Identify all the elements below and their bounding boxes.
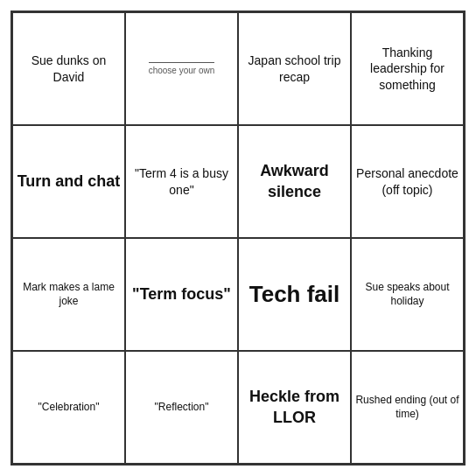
- cell-r3c2: Heckle from LLOR: [238, 351, 351, 464]
- cell-text-r1c2: Awkward silence: [242, 161, 346, 202]
- cell-r1c3: Personal anecdote (off topic): [351, 125, 464, 238]
- cell-text-r0c2: Japan school trip recap: [242, 52, 346, 84]
- cell-text-r3c0: "Celebration": [38, 401, 100, 415]
- cell-r3c3: Rushed ending (out of time): [351, 351, 464, 464]
- cell-text-r1c1: "Term 4 is a busy one": [130, 165, 234, 197]
- cell-r0c0: Sue dunks on David: [12, 12, 125, 125]
- cell-r0c3: Thanking leadership for something: [351, 12, 464, 125]
- cell-r1c2: Awkward silence: [238, 125, 351, 238]
- cell-text-r0c0: Sue dunks on David: [17, 52, 121, 84]
- cell-r0c1: choose your own: [125, 12, 238, 125]
- cell-text-r2c0: Mark makes a lame joke: [17, 281, 121, 308]
- cell-text-r3c1: "Reflection": [155, 401, 209, 415]
- cell-r3c1: "Reflection": [125, 351, 238, 464]
- cell-text-r1c3: Personal anecdote (off topic): [355, 165, 459, 197]
- cell-r2c2: Tech fail: [238, 238, 351, 351]
- cell-text-r2c1: "Term focus": [132, 284, 231, 304]
- cell-r2c3: Sue speaks about holiday: [351, 238, 464, 351]
- bingo-grid: Sue dunks on David choose your own Japan…: [12, 12, 464, 464]
- cell-r0c2: Japan school trip recap: [238, 12, 351, 125]
- cell-text-r1c0: Turn and chat: [18, 172, 121, 192]
- cell-text-r2c2: Tech fail: [249, 281, 340, 308]
- cell-r3c0: "Celebration": [12, 351, 125, 464]
- cell-text-r2c3: Sue speaks about holiday: [355, 281, 459, 308]
- cell-text-r3c2: Heckle from LLOR: [242, 387, 346, 428]
- cell-text-r0c3: Thanking leadership for something: [355, 45, 459, 93]
- choose-own-label: choose your own: [149, 62, 215, 76]
- cell-text-r3c3: Rushed ending (out of time): [355, 394, 459, 421]
- cell-text-r0c1: choose your own: [149, 62, 215, 76]
- cell-r2c1: "Term focus": [125, 238, 238, 351]
- bingo-card: Sue dunks on David choose your own Japan…: [10, 10, 466, 466]
- cell-r2c0: Mark makes a lame joke: [12, 238, 125, 351]
- cell-r1c0: Turn and chat: [12, 125, 125, 238]
- cell-r1c1: "Term 4 is a busy one": [125, 125, 238, 238]
